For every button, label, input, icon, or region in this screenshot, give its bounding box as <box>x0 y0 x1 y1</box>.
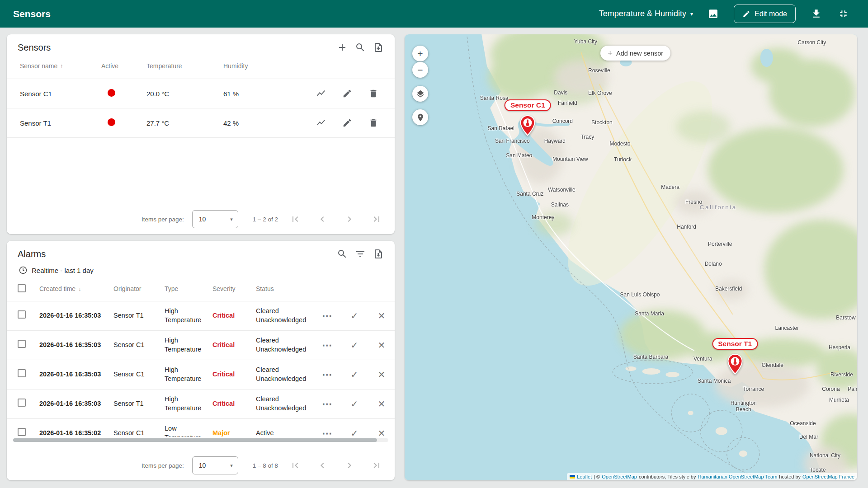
next-page-button[interactable] <box>344 460 355 471</box>
search-button[interactable] <box>337 249 348 259</box>
export-button[interactable] <box>373 42 384 53</box>
page-range: 1 – 2 of 2 <box>253 216 278 223</box>
sensor-temperature: 20.0 °C <box>146 90 223 98</box>
alarm-row[interactable]: 2026-01-16 16:35:03 Sensor T1 High Tempe… <box>7 389 395 419</box>
status-column-header[interactable]: Status <box>256 285 319 292</box>
alarm-row[interactable]: 2026-01-16 16:35:03 Sensor C1 High Tempe… <box>7 360 395 389</box>
prev-page-button[interactable] <box>317 214 328 225</box>
items-per-page-select[interactable]: 10 ▾ <box>192 210 238 228</box>
type-column-header[interactable]: Type <box>165 285 212 292</box>
add-new-sensor-button[interactable]: + Add new sensor <box>600 46 670 61</box>
map-placemark-button[interactable] <box>412 109 428 125</box>
alarm-clear-button[interactable]: ✕ <box>376 369 387 380</box>
search-button[interactable] <box>355 42 366 53</box>
alarm-ack-button[interactable]: ✓ <box>349 339 360 351</box>
alarm-clear-button[interactable]: ✕ <box>376 310 387 322</box>
alarm-filter-button[interactable] <box>355 249 366 259</box>
alarm-details-button[interactable]: ⋯ <box>321 398 333 410</box>
alarm-ack-button[interactable]: ✓ <box>349 369 360 380</box>
map-canvas[interactable]: Yuba CityCarson CityRosevilleDavisElk Gr… <box>405 34 857 480</box>
alarm-row[interactable]: 2026-01-16 16:35:03 Sensor T1 High Tempe… <box>7 301 395 331</box>
chevron-right-icon <box>344 460 355 471</box>
horizontal-scrollbar[interactable] <box>13 438 388 442</box>
map-layers-button[interactable] <box>412 86 428 102</box>
alarm-details-button[interactable]: ⋯ <box>321 427 333 436</box>
items-per-page-select[interactable]: 10 ▾ <box>192 456 238 474</box>
active-column-header[interactable]: Active <box>101 62 146 70</box>
sensor-humidity: 61 % <box>223 90 291 98</box>
alarm-details-button[interactable]: ⋯ <box>321 339 333 351</box>
osm-link[interactable]: OpenStreetMap <box>602 474 637 479</box>
alarm-ack-button[interactable]: ✓ <box>349 310 360 322</box>
add-entity-button[interactable] <box>337 42 348 53</box>
plus-icon: + <box>417 48 423 59</box>
alarm-status: Cleared Unacknowledged <box>256 395 319 413</box>
trend-line-icon <box>316 89 326 99</box>
screenshot-button[interactable] <box>707 7 720 21</box>
next-page-button[interactable] <box>344 214 355 225</box>
alarm-ack-button[interactable]: ✓ <box>349 398 360 410</box>
edit-sensor-button[interactable] <box>342 118 352 128</box>
delete-sensor-button[interactable] <box>368 89 378 99</box>
alarm-row[interactable]: 2026-01-16 16:35:03 Sensor C1 High Tempe… <box>7 331 395 360</box>
hot-link[interactable]: Humanitarian OpenStreetMap Team <box>698 474 777 479</box>
close-icon: ✕ <box>378 340 386 351</box>
humidity-column-header[interactable]: Humidity <box>223 62 291 70</box>
alarm-row[interactable]: 2026-01-16 16:35:02 Sensor C1 Low Temper… <box>7 419 395 436</box>
state-select-label: Temperature & Humidity <box>599 9 686 19</box>
alarm-clear-button[interactable]: ✕ <box>376 339 387 351</box>
export-button[interactable] <box>373 249 384 259</box>
timewindow-button[interactable]: Realtime - last 1 day <box>7 259 395 277</box>
edit-sensor-button[interactable] <box>342 89 352 99</box>
prev-page-button[interactable] <box>317 460 328 471</box>
select-all-checkbox[interactable] <box>18 284 26 292</box>
zoom-in-button[interactable]: + <box>412 46 428 61</box>
row-checkbox[interactable] <box>18 310 26 319</box>
sensor-marker-t1[interactable]: Sensor T1 <box>727 354 743 375</box>
leaflet-link[interactable]: Leaflet <box>577 474 592 479</box>
alarm-details-button[interactable]: ⋯ <box>321 369 333 380</box>
row-checkbox[interactable] <box>18 369 26 377</box>
first-page-button[interactable] <box>290 214 301 225</box>
timeseries-chart-button[interactable] <box>316 118 326 128</box>
first-page-button[interactable] <box>290 460 301 471</box>
alarm-ack-button[interactable]: ✓ <box>349 427 360 436</box>
delete-sensor-button[interactable] <box>368 118 378 128</box>
alarm-details-button[interactable]: ⋯ <box>321 310 333 322</box>
dashboard-state-select[interactable]: Temperature & Humidity ▾ <box>599 9 693 19</box>
chevron-left-icon <box>317 460 328 471</box>
temperature-column-header[interactable]: Temperature <box>146 62 223 70</box>
last-page-button[interactable] <box>371 460 382 471</box>
row-checkbox[interactable] <box>18 428 26 436</box>
search-icon <box>355 42 366 53</box>
exit-fullscreen-button[interactable] <box>836 7 850 21</box>
osm-france-link[interactable]: OpenStreetMap France <box>802 474 854 479</box>
timeseries-chart-button[interactable] <box>316 89 326 99</box>
row-checkbox[interactable] <box>18 340 26 348</box>
scrollbar-thumb[interactable] <box>13 438 377 442</box>
table-row[interactable]: Sensor T1 27.7 °C 42 % <box>7 108 395 138</box>
sensor-name-column-header[interactable]: Sensor name ↑ <box>20 62 101 70</box>
last-page-icon <box>371 460 382 471</box>
alarms-paginator: Items per page: 10 ▾ 1 – 8 of 8 <box>7 450 395 480</box>
filter-icon <box>355 249 366 259</box>
download-button[interactable] <box>809 7 823 21</box>
page-range: 1 – 8 of 8 <box>253 462 278 469</box>
sensor-marker-c1[interactable]: Sensor C1 <box>520 115 535 136</box>
alarm-clear-button[interactable]: ✕ <box>376 398 387 410</box>
check-icon: ✓ <box>351 310 359 321</box>
zoom-out-button[interactable]: − <box>412 62 428 78</box>
add-new-sensor-label: Add new sensor <box>616 50 663 57</box>
sensors-widget-title: Sensors <box>18 42 51 53</box>
table-row[interactable]: Sensor C1 20.0 °C 61 % <box>7 79 395 108</box>
download-icon <box>811 8 822 19</box>
alarm-clear-button[interactable]: ✕ <box>376 427 387 436</box>
created-time-column-header[interactable]: Created time ↓ <box>39 285 113 292</box>
row-checkbox[interactable] <box>18 399 26 407</box>
edit-mode-button[interactable]: Edit mode <box>734 5 796 23</box>
severity-column-header[interactable]: Severity <box>212 285 256 292</box>
originator-column-header[interactable]: Originator <box>113 285 165 292</box>
chevron-right-icon <box>344 214 355 225</box>
map-widget: Yuba CityCarson CityRosevilleDavisElk Gr… <box>405 34 857 480</box>
last-page-button[interactable] <box>371 214 382 225</box>
